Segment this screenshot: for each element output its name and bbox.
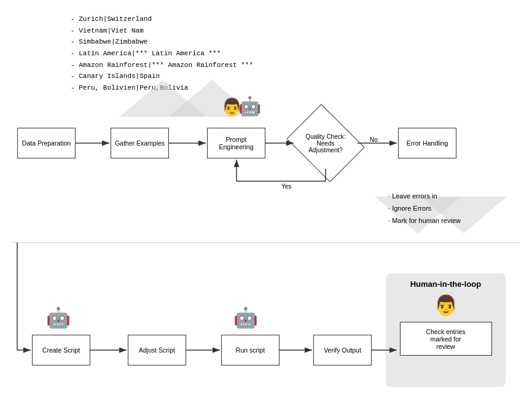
person-emoji-loop: 👨 (392, 294, 499, 317)
list-item-1: - Zurich|Switzerland (71, 14, 253, 25)
list-item-2: - Vietnam|Viet Nam (71, 25, 253, 37)
robot-emoji-bottom-right: 🤖 (233, 306, 258, 329)
gather-examples-box: Gather Examples (111, 128, 169, 158)
list-item-3: - Simbabwe|Zimbabwe (71, 36, 253, 48)
error-options-list: Leave errors in Ignore Errors Mark for h… (388, 190, 461, 227)
list-item-4: - Latin America|*** Latin America *** (71, 48, 253, 60)
leave-errors-item: Leave errors in (388, 190, 461, 203)
ignore-errors-item: Ignore Errors (388, 203, 461, 215)
list-item-5: - Amazon Rainforest|*** Amazon Rainfores… (71, 60, 253, 71)
run-script-box: Run script (221, 335, 280, 365)
mark-review-item: Mark for human review (388, 215, 461, 227)
no-label: No (370, 136, 378, 143)
quality-check-diamond: Quality Check:NeedsAdjustment? (295, 119, 356, 168)
diamond-label: Quality Check:NeedsAdjustment? (295, 119, 356, 168)
human-in-the-loop-container: Human-in-the-loop 👨 Check entriesmarked … (386, 273, 506, 387)
robot-emoji-bottom-left: 🤖 (46, 306, 71, 329)
verify-output-box: Verify Output (313, 335, 372, 365)
create-script-box: Create Script (32, 335, 90, 365)
diagram-container: - Zurich|Switzerland - Vietnam|Viet Nam … (0, 0, 532, 398)
yes-label: Yes (281, 183, 291, 190)
human-loop-title: Human-in-the-loop (392, 279, 499, 289)
adjust-script-box: Adjust Script (128, 335, 186, 365)
error-handling-box: Error Handling (398, 128, 456, 158)
check-entries-box: Check entriesmarked forreview (400, 322, 492, 356)
data-preparation-box: Data Preparation (17, 128, 76, 158)
prompt-engineering-box: PromptEngineering (207, 128, 265, 158)
robot-emoji-top: 🤖 (238, 95, 261, 117)
